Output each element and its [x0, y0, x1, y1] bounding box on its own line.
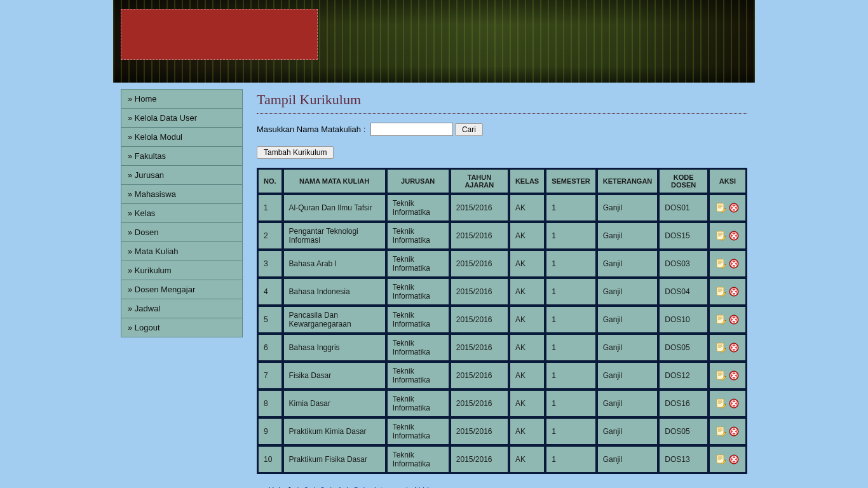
col-header: AKSI — [709, 169, 746, 193]
delete-icon[interactable] — [729, 454, 739, 464]
cell-aksi — [709, 306, 746, 333]
cell: Pancasila Dan Kewarganegaraan — [283, 306, 386, 333]
cell: AK — [510, 334, 545, 361]
cell: 1 — [546, 222, 596, 249]
cell-aksi — [709, 334, 746, 361]
sidebar-item-home[interactable]: » Home — [121, 90, 242, 108]
cell: Teknik Informatika — [387, 390, 449, 417]
cell: Teknik Informatika — [387, 194, 449, 221]
cell: Teknik Informatika — [387, 418, 449, 445]
edit-icon[interactable] — [716, 259, 726, 269]
table-row: 9Praktikum Kimia DasarTeknik Informatika… — [258, 418, 746, 445]
edit-icon[interactable] — [716, 454, 726, 464]
delete-icon[interactable] — [729, 370, 739, 381]
edit-icon[interactable] — [716, 370, 726, 381]
delete-icon[interactable] — [729, 231, 739, 241]
cell: AK — [510, 362, 545, 389]
cell: DOS03 — [659, 250, 708, 277]
cell: Ganjil — [597, 362, 658, 389]
cell: Pengantar Teknologi Informasi — [283, 222, 386, 249]
pager-next[interactable]: Selanjutnya> — [353, 485, 402, 488]
cell: DOS13 — [659, 446, 708, 473]
cell: Al-Quran Dan Ilmu Tafsir — [283, 194, 386, 221]
search-button[interactable]: Cari — [455, 123, 483, 136]
cell: Teknik Informatika — [387, 278, 449, 305]
cell: 1 — [546, 418, 596, 445]
edit-icon[interactable] — [716, 342, 726, 353]
delete-icon[interactable] — [729, 259, 739, 269]
sidebar-item-kelola-modul[interactable]: » Kelola Modul — [121, 128, 242, 146]
delete-icon[interactable] — [729, 342, 739, 353]
sidebar: » Home» Kelola Data User» Kelola Modul» … — [121, 89, 243, 337]
cell: 9 — [258, 418, 282, 445]
sidebar-item-mahasiswa[interactable]: » Mahasiswa — [121, 185, 242, 203]
pager-page[interactable]: 2 — [304, 485, 308, 488]
add-curriculum-button[interactable]: Tambah Kurikulum — [257, 146, 334, 159]
cell: Ganjil — [597, 334, 658, 361]
cell: Praktikum Kimia Dasar — [283, 418, 386, 445]
cell: Ganjil — [597, 278, 658, 305]
sidebar-item-kelas[interactable]: » Kelas — [121, 204, 242, 222]
cell-aksi — [709, 418, 746, 445]
cell: 2015/2016 — [451, 194, 508, 221]
cell: Teknik Informatika — [387, 334, 449, 361]
cell: AK — [510, 446, 545, 473]
cell: DOS05 — [659, 334, 708, 361]
sidebar-item-jadwal[interactable]: » Jadwal — [121, 299, 242, 318]
cell: DOS05 — [659, 418, 708, 445]
pager-page[interactable]: 4 — [337, 485, 341, 488]
edit-icon[interactable] — [716, 426, 726, 437]
cell: 2015/2016 — [451, 362, 508, 389]
cell: 4 — [258, 278, 282, 305]
cell: 6 — [258, 334, 282, 361]
pager-page[interactable]: 3 — [320, 485, 325, 488]
table-row: 7Fisika DasarTeknik Informatika2015/2016… — [258, 362, 746, 389]
cell: 2015/2016 — [451, 334, 508, 361]
cell-aksi — [709, 390, 746, 417]
edit-icon[interactable] — [716, 203, 726, 213]
cell: Ganjil — [597, 222, 658, 249]
cell: 1 — [546, 194, 596, 221]
cell: Bahasa Arab I — [283, 250, 386, 277]
search-label: Masukkan Nama Matakuliah : — [257, 125, 365, 134]
cell: 1 — [546, 390, 596, 417]
cell: 1 — [546, 250, 596, 277]
cell: Teknik Informatika — [387, 362, 449, 389]
page-title: Tampil Kurikulum — [257, 92, 747, 108]
cell: 8 — [258, 390, 282, 417]
cell: 2015/2016 — [451, 306, 508, 333]
sidebar-item-logout[interactable]: » Logout — [121, 318, 242, 337]
delete-icon[interactable] — [729, 426, 739, 437]
cell-aksi — [709, 194, 746, 221]
cell: Ganjil — [597, 194, 658, 221]
delete-icon[interactable] — [729, 315, 739, 325]
edit-icon[interactable] — [716, 287, 726, 297]
delete-icon[interactable] — [729, 203, 739, 213]
curriculum-table: NO.NAMA MATA KULIAHJURUSANTAHUN AJARANKE… — [257, 168, 747, 474]
sidebar-item-fakultas[interactable]: » Fakultas — [121, 147, 242, 165]
cell: DOS04 — [659, 278, 708, 305]
sidebar-item-dosen[interactable]: » Dosen — [121, 223, 242, 241]
sidebar-item-kurikulum[interactable]: » Kurikulum — [121, 261, 242, 280]
cell-aksi — [709, 446, 746, 473]
edit-icon[interactable] — [716, 231, 726, 241]
sidebar-item-jurusan[interactable]: » Jurusan — [121, 166, 242, 184]
cell: 10 — [258, 446, 282, 473]
pager-last[interactable]: Akhir>> — [413, 485, 442, 488]
edit-icon[interactable] — [716, 398, 726, 409]
sidebar-item-kelola-data-user[interactable]: » Kelola Data User — [121, 109, 242, 127]
cell: Ganjil — [597, 446, 658, 473]
sidebar-item-dosen-mengajar[interactable]: » Dosen Mengajar — [121, 280, 242, 299]
cell: Teknik Informatika — [387, 306, 449, 333]
pager-prefix: Hal : — [268, 485, 287, 488]
col-header: SEMESTER — [546, 169, 596, 193]
delete-icon[interactable] — [729, 398, 739, 409]
search-input[interactable] — [370, 123, 453, 136]
cell: 1 — [546, 278, 596, 305]
cell-aksi — [709, 362, 746, 389]
header-banner — [113, 0, 755, 83]
sidebar-item-mata-kuliah[interactable]: » Mata Kuliah — [121, 242, 242, 261]
edit-icon[interactable] — [716, 315, 726, 325]
delete-icon[interactable] — [729, 287, 739, 297]
cell: Teknik Informatika — [387, 446, 449, 473]
